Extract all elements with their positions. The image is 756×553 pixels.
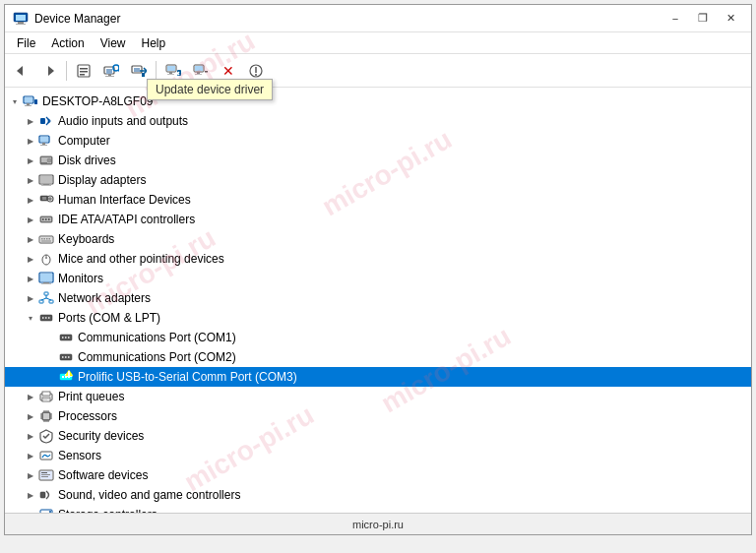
svg-rect-90 xyxy=(68,356,70,358)
svg-rect-122 xyxy=(40,492,45,498)
network-expand[interactable]: ▶ xyxy=(23,290,38,306)
scan-changes-button[interactable] xyxy=(98,58,124,84)
keyboards-expand[interactable]: ▶ xyxy=(23,231,38,247)
processors-expand[interactable]: ▶ xyxy=(23,408,38,424)
tree-item-processors[interactable]: ▶ xyxy=(5,406,751,426)
svg-rect-63 xyxy=(46,238,48,240)
tree-item-mice[interactable]: ▶ Mice and other pointing devices xyxy=(5,249,751,269)
svg-rect-82 xyxy=(48,317,50,319)
menu-view[interactable]: View xyxy=(93,34,134,52)
processors-label: Processors xyxy=(58,409,743,423)
tree-item-sensors[interactable]: ▶ Sensors xyxy=(5,446,751,465)
tree-item-storage[interactable]: ▶ Storage controllers xyxy=(5,505,751,513)
action-properties-button[interactable] xyxy=(243,58,269,84)
tree-item-security[interactable]: ▶ Security devices xyxy=(5,426,751,446)
ide-expand[interactable]: ▶ xyxy=(23,212,38,227)
uninstall-button[interactable]: ✕ xyxy=(216,58,241,84)
svg-rect-24 xyxy=(195,66,203,71)
ide-label: IDE ATA/ATAPI controllers xyxy=(58,213,743,226)
security-expand[interactable]: ▶ xyxy=(23,428,38,444)
computer-item-icon xyxy=(38,133,54,149)
app-icon xyxy=(13,11,29,27)
svg-rect-20 xyxy=(169,72,172,74)
property-sheets-button[interactable] xyxy=(71,58,96,84)
menu-action[interactable]: Action xyxy=(43,34,92,52)
ports-label: Ports (COM & LPT) xyxy=(58,311,743,325)
menu-help[interactable]: Help xyxy=(134,34,174,52)
close-button[interactable]: ✕ xyxy=(718,10,743,28)
svg-rect-38 xyxy=(40,137,48,142)
menu-file[interactable]: File xyxy=(9,34,43,52)
software-expand[interactable]: ▶ xyxy=(23,467,38,483)
hid-expand[interactable]: ▶ xyxy=(23,192,38,208)
disk-icon xyxy=(38,153,54,168)
svg-point-30 xyxy=(255,74,257,76)
svg-rect-61 xyxy=(41,238,43,240)
status-text: micro-pi.ru xyxy=(352,519,404,530)
svg-rect-92 xyxy=(62,376,64,378)
tree-item-com3[interactable]: ▶ Prolific USB-to-Serial Comm Port (COM3… xyxy=(5,367,751,387)
root-expand-icon[interactable]: ▾ xyxy=(7,93,23,109)
print-icon xyxy=(38,389,54,404)
svg-point-43 xyxy=(47,158,51,162)
svg-rect-35 xyxy=(34,99,37,104)
svg-rect-25 xyxy=(197,72,200,74)
disk-expand[interactable]: ▶ xyxy=(23,153,38,168)
network-icon xyxy=(38,290,54,306)
computer-expand[interactable]: ▶ xyxy=(23,133,38,149)
update-driver-button[interactable]: Update device driver xyxy=(126,58,152,84)
svg-rect-47 xyxy=(43,184,49,185)
sound-expand[interactable]: ▶ xyxy=(23,487,38,503)
display-expand[interactable]: ▶ xyxy=(23,172,38,188)
tree-item-hid[interactable]: ▶ Human Interface Devices xyxy=(5,190,751,210)
svg-rect-3 xyxy=(16,24,26,25)
software-label: Software devices xyxy=(58,468,743,482)
audio-expand[interactable]: ▶ xyxy=(23,113,38,129)
hid-icon xyxy=(38,192,54,208)
minimize-button[interactable]: − xyxy=(662,10,688,28)
device-tree[interactable]: ▾ DESKTOP-A8LGF09 ▶ xyxy=(5,88,751,513)
tree-item-print[interactable]: ▶ Print queues xyxy=(5,387,751,406)
tree-item-disk[interactable]: ▶ Disk drives xyxy=(5,151,751,170)
svg-rect-119 xyxy=(41,472,47,473)
sensors-icon xyxy=(38,448,54,463)
sensors-expand[interactable]: ▶ xyxy=(23,448,38,463)
svg-marker-5 xyxy=(48,66,54,76)
tree-item-ports[interactable]: ▾ Ports (COM & LPT) xyxy=(5,308,751,328)
monitors-expand[interactable]: ▶ xyxy=(23,271,38,286)
ports-expand[interactable]: ▾ xyxy=(23,310,38,326)
window-title: Device Manager xyxy=(34,12,662,26)
com1-label: Communications Port (COM1) xyxy=(78,331,743,344)
tree-item-audio[interactable]: ▶ Audio inputs and outputs xyxy=(5,111,751,131)
tree-item-software[interactable]: ▶ Software devices xyxy=(5,465,751,485)
print-expand[interactable]: ▶ xyxy=(23,389,38,404)
tree-item-com2[interactable]: ▶ Communications Port (COM2) xyxy=(5,347,751,367)
svg-rect-7 xyxy=(80,68,88,70)
disable-button[interactable] xyxy=(188,58,214,84)
tree-root[interactable]: ▾ DESKTOP-A8LGF09 xyxy=(5,92,751,111)
tree-item-network[interactable]: ▶ Network adapters xyxy=(5,288,751,308)
tree-item-keyboards[interactable]: ▶ Keyboards xyxy=(5,229,751,249)
svg-rect-33 xyxy=(27,103,30,105)
title-bar: Device Manager − ❐ ✕ xyxy=(5,5,751,32)
svg-rect-40 xyxy=(40,145,47,146)
forward-button[interactable] xyxy=(36,58,62,84)
com2-icon xyxy=(58,349,74,365)
tree-item-monitors[interactable]: ▶ Monitors xyxy=(5,269,751,288)
mice-expand[interactable]: ▶ xyxy=(23,251,38,267)
tree-item-computer[interactable]: ▶ Computer xyxy=(5,131,751,151)
tree-item-display[interactable]: ▶ Display adapters xyxy=(5,170,751,190)
enable-button[interactable] xyxy=(160,58,186,84)
back-button[interactable] xyxy=(9,58,34,84)
svg-rect-34 xyxy=(25,105,32,106)
svg-rect-57 xyxy=(45,218,47,220)
svg-rect-94 xyxy=(68,376,70,378)
network-label: Network adapters xyxy=(58,291,743,305)
tree-item-ide[interactable]: ▶ IDE ATA/ATAPI controllers xyxy=(5,210,751,229)
svg-rect-85 xyxy=(65,337,67,338)
sound-icon xyxy=(38,487,54,503)
tree-item-sound[interactable]: ▶ Sound, video and game controllers xyxy=(5,485,751,505)
tree-item-com1[interactable]: ▶ Communications Port (COM1) xyxy=(5,328,751,347)
svg-rect-74 xyxy=(39,300,43,303)
restore-button[interactable]: ❐ xyxy=(690,10,716,28)
